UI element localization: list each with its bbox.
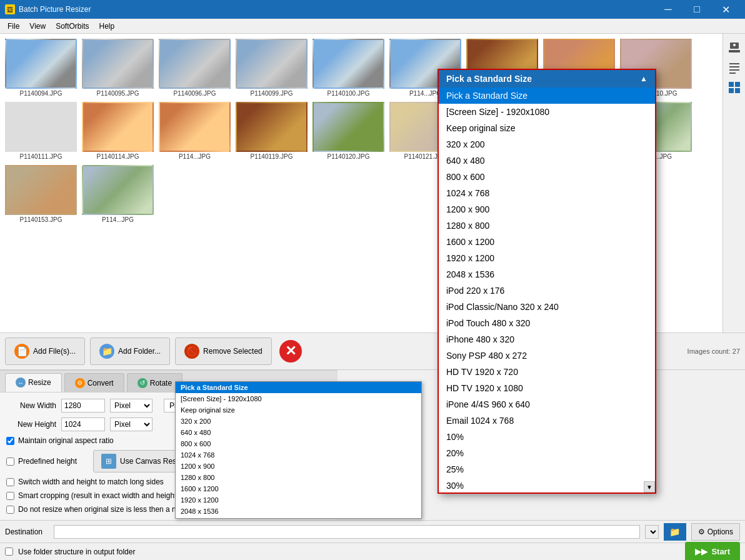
- options-button[interactable]: ⚙ Options: [691, 523, 740, 541]
- noresize-label: Do not resize when original size is less…: [18, 505, 201, 514]
- dropdown-item[interactable]: Email 1024 x 768: [439, 412, 655, 429]
- destination-select[interactable]: [645, 525, 659, 539]
- tab-resize[interactable]: ↔ Resize: [5, 373, 62, 392]
- dropdown-item[interactable]: iPod Classic/Nano 320 x 240: [439, 299, 655, 315]
- dropdown-item[interactable]: Keep original size: [439, 120, 655, 136]
- image-item[interactable]: P1140114.JPG: [82, 102, 154, 160]
- dropdown-scroll-arrows: ▲: [640, 74, 648, 83]
- small-dropdown-item[interactable]: 1280 x 800: [176, 472, 421, 483]
- small-dropdown-item[interactable]: 800 x 600: [176, 438, 421, 449]
- dropdown-item[interactable]: 320 x 200: [439, 136, 655, 152]
- small-dropdown-item[interactable]: 320 x 200: [176, 416, 421, 427]
- image-item[interactable]: P1140095.JPG: [82, 39, 154, 97]
- dropdown-item[interactable]: 30%: [439, 478, 655, 492]
- small-dropdown-item[interactable]: Keep original size: [176, 404, 421, 416]
- dropdown-item[interactable]: 1600 x 1200: [439, 234, 655, 250]
- menu-bar: File View SoftOrbits Help: [0, 19, 745, 34]
- maximize-button[interactable]: □: [682, 0, 711, 19]
- right-sidebar: [722, 34, 745, 332]
- small-dropdown-item[interactable]: 2048 x 1536: [176, 506, 421, 517]
- small-dropdown-item[interactable]: 1024 x 768: [176, 449, 421, 461]
- noresize-checkbox[interactable]: [6, 506, 14, 514]
- image-label: P1140099.JPG: [251, 90, 293, 97]
- folder-browse-icon: 📁: [669, 527, 680, 537]
- sidebar-grid-icon[interactable]: [726, 79, 743, 96]
- add-files-button[interactable]: 📄 Add File(s)...: [5, 338, 85, 365]
- dropdown-item[interactable]: iPhone 480 x 320: [439, 331, 655, 348]
- dropdown-item[interactable]: iPod Touch 480 x 320: [439, 315, 655, 331]
- destination-input[interactable]: [54, 525, 640, 539]
- dropdown-item[interactable]: 1920 x 1200: [439, 250, 655, 266]
- dropdown-item[interactable]: 20%: [439, 445, 655, 461]
- aspect-checkbox[interactable]: [6, 437, 14, 445]
- image-item[interactable]: P1140099.JPG: [236, 39, 308, 97]
- dropdown-item[interactable]: iPone 4/4S 960 x 640: [439, 396, 655, 412]
- image-item[interactable]: P1140153.JPG: [5, 165, 77, 223]
- footer-right: ▶▶ Start: [685, 542, 740, 561]
- remove-selected-label: Remove Selected: [203, 347, 262, 356]
- cancel-button[interactable]: ✕: [277, 338, 304, 365]
- folder-structure-checkbox[interactable]: [5, 548, 13, 556]
- small-dropdown-item[interactable]: 640 x 480: [176, 427, 421, 438]
- remove-selected-button[interactable]: 🚫 Remove Selected: [175, 338, 272, 365]
- dropdown-item[interactable]: 800 x 600: [439, 169, 655, 185]
- image-thumbnail: [236, 102, 308, 152]
- menu-view[interactable]: View: [24, 19, 51, 33]
- small-dropdown-item[interactable]: [Screen Size] - 1920x1080: [176, 393, 421, 404]
- small-dropdown-item[interactable]: iPod 220 x 176: [176, 517, 421, 518]
- image-item[interactable]: P1140119.JPG: [236, 102, 308, 160]
- height-label: New Height: [6, 420, 56, 429]
- sidebar-person-icon[interactable]: [726, 39, 743, 56]
- dropdown-item[interactable]: HD TV 1920 x 1080: [439, 380, 655, 396]
- height-unit-select[interactable]: Pixel Percent cm mm inch: [110, 418, 152, 431]
- image-thumbnail: [82, 165, 154, 215]
- dropdown-item[interactable]: Sony PSP 480 x 272: [439, 348, 655, 364]
- image-item[interactable]: P114...JPG: [82, 165, 154, 223]
- dropdown-item[interactable]: [Screen Size] - 1920x1080: [439, 104, 655, 120]
- dropdown-item[interactable]: 1200 x 900: [439, 201, 655, 218]
- menu-softorbits[interactable]: SoftOrbits: [51, 19, 94, 33]
- image-item[interactable]: P1140100.JPG: [312, 39, 384, 97]
- add-folder-button[interactable]: 📁 Add Folder...: [90, 338, 170, 365]
- dropdown-item[interactable]: HD TV 1920 x 720: [439, 364, 655, 380]
- image-thumbnail: [5, 102, 77, 152]
- dropdown-item[interactable]: Pick a Standard Size: [439, 88, 655, 104]
- tab-convert[interactable]: ⚙ Convert: [64, 373, 124, 392]
- dropdown-item[interactable]: iPod 220 x 176: [439, 282, 655, 299]
- dropdown-item[interactable]: 2048 x 1536: [439, 266, 655, 282]
- window-controls: ─ □ ✕: [654, 0, 740, 19]
- minimize-button[interactable]: ─: [654, 0, 682, 19]
- image-item[interactable]: P1140111.JPG: [5, 102, 77, 160]
- menu-file[interactable]: File: [2, 19, 24, 33]
- menu-help[interactable]: Help: [94, 19, 120, 33]
- predefined-checkbox[interactable]: [6, 458, 14, 466]
- dropdown-item[interactable]: 1280 x 800: [439, 218, 655, 234]
- image-item[interactable]: P1140120.JPG: [312, 102, 384, 160]
- width-unit-select[interactable]: Pixel Percent cm mm inch: [110, 399, 152, 412]
- dropdown-scroll-up[interactable]: ▲: [640, 74, 648, 83]
- dropdown-item[interactable]: 1024 x 768: [439, 185, 655, 201]
- smart-checkbox[interactable]: [6, 492, 14, 500]
- switch-checkbox[interactable]: [6, 478, 14, 486]
- small-dropdown-item[interactable]: 1920 x 1200: [176, 494, 421, 506]
- sidebar-list-icon[interactable]: [726, 59, 743, 76]
- dropdown-item[interactable]: 640 x 480: [439, 152, 655, 169]
- image-item[interactable]: P1140094.JPG: [5, 39, 77, 97]
- add-files-label: Add File(s)...: [33, 347, 76, 356]
- start-button[interactable]: ▶▶ Start: [685, 542, 740, 561]
- height-input[interactable]: [61, 418, 105, 431]
- image-item[interactable]: P1140096.JPG: [159, 39, 231, 97]
- destination-folder-button[interactable]: 📁: [664, 523, 686, 541]
- small-dropdown-item[interactable]: 1600 x 1200: [176, 483, 421, 494]
- width-input[interactable]: [61, 399, 105, 412]
- dropdown-item[interactable]: 10%: [439, 429, 655, 445]
- image-item[interactable]: P114...JPG: [159, 102, 231, 160]
- tab-rotate[interactable]: ↺ Rotate: [127, 373, 182, 392]
- small-dropdown-item[interactable]: 1200 x 900: [176, 461, 421, 472]
- predefined-label: Predefined height: [18, 457, 77, 466]
- dropdown-item[interactable]: 25%: [439, 461, 655, 478]
- close-button[interactable]: ✕: [711, 0, 740, 19]
- dropdown-scroll-down[interactable]: ▼: [644, 481, 655, 492]
- dropdown-list: Pick a Standard Size[Screen Size] - 1920…: [439, 88, 655, 492]
- image-label: P1140095.JPG: [97, 90, 139, 97]
